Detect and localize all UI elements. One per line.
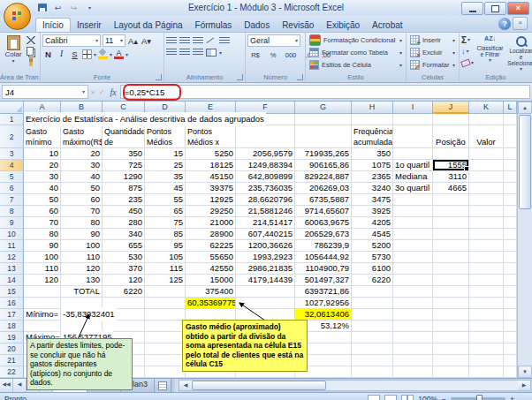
paste-button[interactable]: Colar [2,34,25,72]
underline-button[interactable]: S [69,49,80,60]
cell-J14[interactable] [433,275,469,286]
name-box[interactable]: J4 [2,85,88,99]
row-header-10[interactable]: 10 [0,229,24,240]
number-dialog-launcher-icon[interactable] [297,74,303,80]
cell-G7[interactable]: 6735,5887 [295,194,352,206]
cell-D18[interactable] [145,321,186,332]
cell-A9[interactable]: 70 [24,217,61,229]
row-header-2[interactable]: 2 [0,125,24,148]
cell-C5[interactable]: 1290 [103,171,145,183]
cell-J6[interactable]: 4665 [433,183,469,194]
align-middle-icon[interactable] [179,37,190,45]
cell-K22[interactable] [469,366,504,378]
cells-button-formatar[interactable]: Formatar [408,59,457,71]
cell-J19[interactable] [433,332,469,343]
cell-L16[interactable] [504,298,517,309]
cell-A14[interactable]: 120 [24,275,61,286]
insert-function-button[interactable]: fx [106,87,120,97]
vertical-scroll-thumb[interactable] [519,115,531,209]
cell-H2[interactable]: Frequências acumuladas [352,125,393,148]
column-header-A[interactable]: A [24,102,61,114]
cell-D11[interactable]: 95 [145,240,186,252]
cell-J11[interactable] [433,240,469,252]
cell-H20[interactable] [352,343,393,355]
cell-L15[interactable] [504,286,517,298]
cell-H3[interactable]: 350 [352,148,393,160]
cell-F15[interactable] [236,286,295,298]
row-header-11[interactable]: 11 [0,240,24,252]
cell-E2[interactable]: Pontos Médios x Gastos [186,125,236,148]
cell-D8[interactable]: 65 [145,206,186,217]
cell-B14[interactable]: 130 [61,275,103,286]
cell-G8[interactable]: 9714,65607 [295,206,352,217]
cell-D4[interactable]: 25 [145,160,186,171]
cell-B15[interactable]: TOTAL [61,286,103,298]
cell-K7[interactable] [469,194,504,206]
cell-B6[interactable]: 50 [61,183,103,194]
cell-I2[interactable] [393,125,433,148]
orientation-icon[interactable] [206,36,217,45]
clear-button[interactable] [461,57,474,68]
cell-J13[interactable] [433,263,469,275]
italic-button[interactable]: I [56,49,67,60]
row-header-1[interactable]: 1 [0,114,24,125]
cell-D10[interactable]: 85 [145,229,186,240]
ribbon-tab-formulas[interactable]: Fórmulas [189,19,239,32]
row-header-19[interactable]: 19 [0,332,24,343]
cell-A5[interactable]: 30 [24,171,61,183]
cell-A12[interactable]: 100 [24,252,61,263]
cell-I8[interactable] [393,206,433,217]
ribbon-tab-acrobat[interactable]: Acrobat [366,19,408,32]
cell-K12[interactable] [469,252,504,263]
cell-L1[interactable] [504,114,517,125]
cell-F11[interactable]: 1200,36626 [236,240,295,252]
cell-C3[interactable]: 350 [103,148,145,160]
cell-I19[interactable] [393,332,433,343]
cell-E7[interactable]: 12925 [186,194,236,206]
cell-J15[interactable] [433,286,469,298]
cell-D2[interactable]: Pontos Médios [145,125,186,148]
column-header-G[interactable]: G [295,102,352,114]
row-header-15[interactable]: 15 [0,286,24,298]
cell-D19[interactable] [145,332,186,343]
cell-H1[interactable] [352,114,393,125]
cell-G3[interactable]: 719935,265 [295,148,352,160]
cell-B12[interactable]: 110 [61,252,103,263]
cell-A16[interactable] [24,298,61,309]
fill-button[interactable]: ↓ [461,46,474,57]
cell-A15[interactable] [24,286,61,298]
row-header-14[interactable]: 14 [0,275,24,286]
cell-G1[interactable] [295,114,352,125]
cell-F7[interactable]: 28,6620796 [236,194,295,206]
cell-D22[interactable] [145,366,186,378]
cell-H22[interactable] [352,366,393,378]
cell-E16[interactable]: 60,35369775 [186,298,236,309]
cell-A4[interactable]: 20 [24,160,61,171]
cell-K13[interactable] [469,263,504,275]
style-button-formatacao-condicional[interactable]: Formatação Condicional [308,34,404,46]
cell-G10[interactable]: 206529,673 [295,229,352,240]
cell-H9[interactable]: 4205 [352,217,393,229]
column-header-H[interactable]: H [352,102,393,114]
resize-grip[interactable] [519,395,528,400]
cell-D16[interactable] [145,298,186,309]
cell-I22[interactable] [393,366,433,378]
row-header-12[interactable]: 12 [0,252,24,263]
cell-C2[interactable]: Quantidade de clientes [103,125,145,148]
cell-J7[interactable] [433,194,469,206]
ribbon-tab-exibicao[interactable]: Exibição [320,19,366,32]
cell-G5[interactable]: 829224,887 [295,171,352,183]
cell-I21[interactable] [393,355,433,366]
cell-L6[interactable] [504,183,517,194]
cell-H19[interactable] [352,332,393,343]
cell-E9[interactable]: 21000 [186,217,236,229]
cell-K16[interactable] [469,298,504,309]
restore-button[interactable] [484,2,506,15]
cell-L9[interactable] [504,217,517,229]
column-header-J[interactable]: J [433,102,469,114]
select-all-corner[interactable] [0,102,24,114]
cell-F10[interactable]: 607,440215 [236,229,295,240]
cell-B11[interactable]: 100 [61,240,103,252]
editing-button-classificar-e-filtrar[interactable]: AZ↓Classificar e Filtrar [475,34,505,72]
cell-C14[interactable]: 120 [103,275,145,286]
